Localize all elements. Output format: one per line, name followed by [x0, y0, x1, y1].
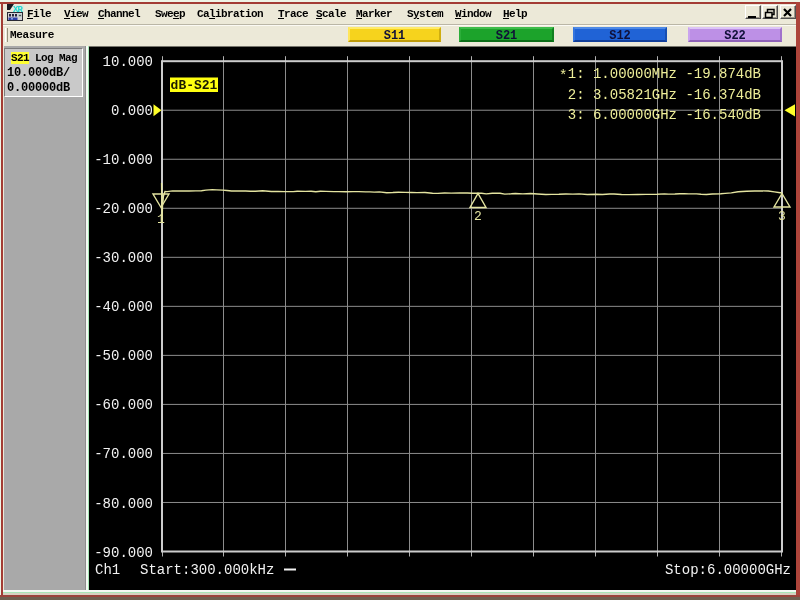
- svg-text:1: 1: [157, 212, 165, 227]
- svg-text:Start:300.000kHz: Start:300.000kHz: [140, 562, 274, 578]
- svg-text:-90.000: -90.000: [94, 545, 153, 561]
- svg-text:-50.000: -50.000: [94, 348, 153, 364]
- svg-text:2: 3.05821GHz -16.374dB: 2: 3.05821GHz -16.374dB: [568, 87, 761, 103]
- svg-text:3: 6.00000GHz -16.540dB: 3: 6.00000GHz -16.540dB: [568, 107, 761, 123]
- svg-text:dB-S21: dB-S21: [171, 78, 218, 93]
- svg-text:Stop:6.00000GHz: Stop:6.00000GHz: [665, 562, 791, 578]
- svg-text:10.000: 10.000: [103, 54, 153, 70]
- svg-text:-80.000: -80.000: [94, 496, 153, 512]
- svg-text:0.000: 0.000: [111, 103, 153, 119]
- svg-text:-10.000: -10.000: [94, 152, 153, 168]
- svg-text:-70.000: -70.000: [94, 446, 153, 462]
- svg-text:3: 3: [778, 209, 786, 224]
- svg-text:2: 2: [474, 209, 482, 224]
- svg-text:*: *: [559, 68, 567, 84]
- svg-text:Ch1: Ch1: [95, 562, 120, 578]
- svg-text:-30.000: -30.000: [94, 250, 153, 266]
- svg-text:1: 1.00000MHz -19.874dB: 1: 1.00000MHz -19.874dB: [568, 66, 761, 82]
- svg-text:-20.000: -20.000: [94, 201, 153, 217]
- svg-text:-60.000: -60.000: [94, 397, 153, 413]
- svg-text:-40.000: -40.000: [94, 299, 153, 315]
